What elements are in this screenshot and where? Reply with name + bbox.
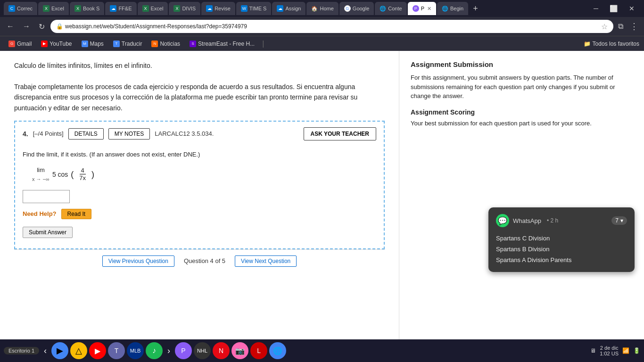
- maximize-button[interactable]: ⬜: [604, 2, 623, 15]
- taskbar: Escritorio 1 ‹ ▶ △ ▶ T MLB ♪ › P NHL N 📷…: [0, 339, 644, 362]
- whatsapp-notification[interactable]: 💬 WhatsApp • 2 h 7 ▾ Spartans C Division…: [488, 207, 635, 272]
- function-text: 5 cos: [52, 169, 68, 180]
- address-bar: ← → ↻ 🔒 webassign.net/web/Student/Assign…: [0, 17, 644, 36]
- bookmark-gmail[interactable]: G Gmail: [5, 40, 35, 48]
- extensions-button[interactable]: ⧉: [616, 22, 625, 31]
- browser-menu-button[interactable]: ⋮: [628, 21, 640, 32]
- tab-label-time: TIME S: [249, 6, 267, 11]
- battery-icon: 🔋: [633, 347, 640, 354]
- desktop-button[interactable]: Escritorio 1: [4, 347, 39, 354]
- taskbar-drive-icon[interactable]: △: [70, 342, 87, 359]
- bookmark-label-maps: Maps: [90, 41, 104, 47]
- taskbar-time: 1:02 US: [600, 351, 619, 356]
- tab-google[interactable]: G Google: [339, 2, 374, 15]
- tab-divis[interactable]: X DIVIS: [169, 2, 200, 15]
- my-notes-button[interactable]: MY NOTES: [108, 128, 150, 140]
- submission-description: For this assignment, you submit answers …: [411, 73, 633, 101]
- taskbar-netflix-icon[interactable]: N: [213, 342, 230, 359]
- ask-teacher-button[interactable]: ASK YOUR TEACHER: [304, 127, 376, 140]
- forward-button[interactable]: →: [20, 20, 33, 33]
- tab-favicon-begin: 🌐: [442, 6, 448, 12]
- tab-excel1[interactable]: X Excel: [38, 2, 69, 15]
- details-button[interactable]: DETAILS: [68, 128, 104, 140]
- url-bar[interactable]: 🔒 webassign.net/web/Student/Assignment-R…: [50, 20, 613, 33]
- problem-area: Find the limit, if it exists. (If an ans…: [23, 145, 376, 243]
- tab-corr[interactable]: C Correc: [4, 2, 37, 15]
- taskbar-forward-button[interactable]: ›: [165, 344, 173, 358]
- tab-label-google: Google: [353, 6, 369, 11]
- taskbar-clock: 2 de dic 1:02 US: [600, 345, 619, 356]
- noticias-icon: N: [151, 41, 158, 47]
- taskbar-youtube-icon[interactable]: ▶: [89, 342, 106, 359]
- assignment-submission-title: Assignment Submission: [411, 60, 633, 68]
- taskbar-google-icon[interactable]: ▶: [51, 342, 68, 359]
- tab-conte[interactable]: 🌐 Conte: [375, 2, 406, 15]
- bookmark-star-button[interactable]: ☆: [601, 22, 608, 31]
- left-panel: Calculo de límites infinitos, límites en…: [0, 51, 399, 339]
- bookmark-noticias[interactable]: N Noticias: [148, 40, 184, 48]
- taskbar-laser-icon[interactable]: L: [250, 342, 267, 359]
- fraction-denominator: 7x: [78, 174, 87, 182]
- scoring-description: Your best submission for each question p…: [411, 119, 633, 128]
- bookmark-youtube[interactable]: ▶ YouTube: [37, 40, 75, 48]
- taskbar-photo-icon[interactable]: 📷: [231, 342, 248, 359]
- bookmark-translate[interactable]: T Traducir: [109, 40, 146, 48]
- bookmark-label-translate: Traducir: [122, 41, 142, 47]
- youtube-icon: ▶: [41, 41, 48, 47]
- bookmarks-separator: |: [262, 40, 264, 48]
- taskbar-ext-icon: 🖥: [590, 347, 596, 354]
- para2: Trabaje completamente los procesos de ca…: [14, 82, 385, 113]
- bookmark-streameast[interactable]: S StreamEast - Free H...: [186, 40, 258, 48]
- right-panel: Assignment Submission For this assignmen…: [399, 51, 644, 339]
- question-code: LARCALC12 3.5.034.: [155, 129, 214, 139]
- bookmark-maps[interactable]: M Maps: [78, 40, 107, 48]
- teams-icon: T: [115, 347, 119, 354]
- submit-answer-button[interactable]: Submit Answer: [23, 227, 73, 238]
- answer-input[interactable]: [23, 190, 70, 203]
- tab-book[interactable]: X Book S: [70, 2, 104, 15]
- taskbar-back-button[interactable]: ‹: [41, 344, 50, 358]
- question-points: [–/4 Points]: [33, 129, 64, 139]
- tab-time[interactable]: W TIME S: [236, 2, 272, 15]
- tab-close-p[interactable]: ✕: [427, 6, 431, 12]
- maps-icon: M: [82, 41, 88, 47]
- limit-notation: lim x → −∞: [32, 165, 50, 183]
- tab-home[interactable]: 🏠 Home: [306, 2, 338, 15]
- tab-ffae[interactable]: ☁ FF&E: [105, 2, 136, 15]
- wifi-icon: 📶: [622, 347, 629, 354]
- read-it-button[interactable]: Read It: [61, 209, 92, 219]
- minimize-button[interactable]: ─: [588, 2, 604, 15]
- tab-p[interactable]: P P ✕: [408, 2, 436, 15]
- open-paren: (: [71, 168, 74, 181]
- question-counter: Question 4 of 5: [184, 256, 225, 266]
- para1: Calculo de límites infinitos, límites en…: [14, 60, 385, 71]
- taskbar-right: 🖥 2 de dic 1:02 US 📶 🔋: [590, 345, 640, 356]
- taskbar-teams-icon[interactable]: T: [108, 342, 125, 359]
- tab-label-excel2: Excel: [151, 6, 164, 11]
- close-button[interactable]: ✕: [623, 2, 640, 15]
- view-next-question-button[interactable]: View Next Question: [235, 255, 297, 267]
- view-previous-question-button[interactable]: View Previous Question: [102, 255, 174, 267]
- taskbar-mlb-icon[interactable]: MLB: [127, 342, 144, 359]
- tab-label-home: Home: [320, 6, 333, 11]
- taskbar-pirate-icon[interactable]: P: [175, 342, 192, 359]
- taskbar-nhl-icon[interactable]: NHL: [194, 342, 211, 359]
- new-tab-button[interactable]: +: [469, 4, 482, 14]
- notification-header: 💬 WhatsApp • 2 h 7 ▾: [496, 214, 627, 227]
- taskbar-chrome-icon[interactable]: 🌐: [269, 342, 286, 359]
- tab-excel2[interactable]: X Excel: [138, 2, 168, 15]
- tab-revise[interactable]: ☁ Revise: [201, 2, 235, 15]
- taskbar-spotify-icon[interactable]: ♪: [146, 342, 163, 359]
- refresh-button[interactable]: ↻: [36, 20, 48, 33]
- mlb-icon: MLB: [130, 348, 141, 354]
- tab-begin[interactable]: 🌐 Begin: [437, 2, 468, 15]
- all-favorites-folder[interactable]: 📁 Todos los favoritos: [584, 41, 639, 47]
- window-controls: ─ ⬜ ✕: [588, 2, 640, 15]
- tab-label-conte: Conte: [388, 6, 402, 11]
- tab-assign[interactable]: ☁ Assign: [272, 2, 305, 15]
- back-button[interactable]: ←: [4, 20, 17, 33]
- whatsapp-icon: 💬: [496, 214, 509, 227]
- streameast-icon: S: [190, 41, 196, 47]
- tab-label-ffae: FF&E: [118, 6, 132, 11]
- close-paren: ): [91, 168, 94, 181]
